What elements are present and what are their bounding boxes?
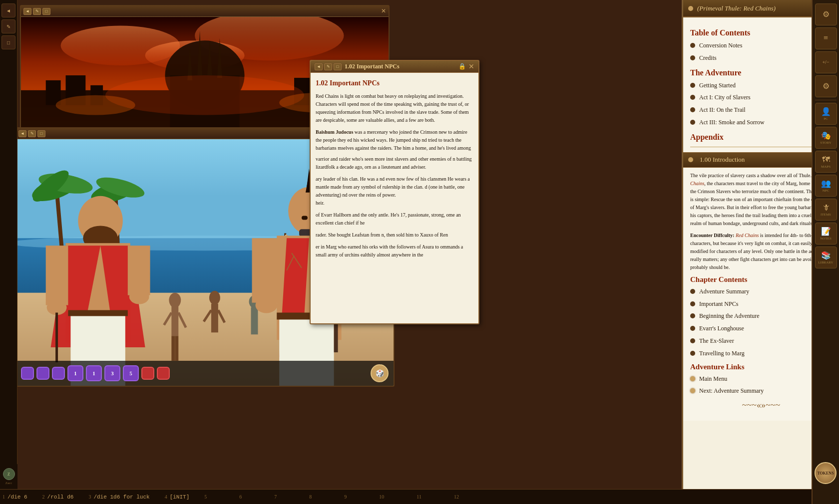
npc-panel-title: 1.02 Important NPCs [345, 63, 400, 70]
svg-point-38 [169, 293, 181, 308]
scene-buttons: ◄ ✎ □ [18, 130, 45, 137]
svg-rect-56 [46, 246, 68, 305]
menu-icon-btn[interactable]: ≡ [815, 27, 837, 49]
items-button[interactable]: 🗡 ITEMS [815, 199, 837, 221]
toc-conversion-label: Conversion Notes [699, 41, 742, 50]
die-d20-2[interactable]: 1 [86, 365, 102, 381]
adventure-bullet-1 [690, 83, 695, 88]
pc-button[interactable]: 👤 PC [815, 103, 837, 125]
svg-rect-70 [252, 238, 278, 302]
npc-panel: ◄ ✎ □ 1.02 Important NPCs 🔒 ✕ 1.02 Impor… [310, 60, 479, 324]
panel-btn-1[interactable]: ◄ [23, 8, 31, 15]
link-item-summary[interactable]: Next: Adventure Summary [690, 386, 832, 396]
svg-point-44 [209, 291, 220, 305]
die-d6[interactable]: 5 [123, 365, 139, 381]
zoom-icon-btn[interactable]: +/− [815, 51, 837, 73]
toc-item-credits[interactable]: Credits [690, 53, 832, 63]
avatar-initials: Z [7, 472, 10, 477]
npc-close-button[interactable]: ✕ [468, 62, 474, 71]
tokens-button[interactable]: TOKENS [815, 462, 837, 484]
chapter-item-exslaver[interactable]: The Ex-Slaver [690, 336, 832, 346]
cmd-2[interactable]: /roll d6 [47, 494, 74, 500]
cmd-4[interactable]: [iNIT] [170, 494, 190, 500]
chapter-bullet-6 [690, 351, 695, 356]
doc-header-title: (Primeval Thule: Red Chains) [697, 4, 776, 12]
toc-title: Table of Contents [690, 28, 832, 37]
adventure-item-smoke[interactable]: Act III: Smoke and Sorrow [690, 117, 832, 128]
username: Zacc [5, 481, 12, 485]
config-icon: ⚙ [823, 81, 830, 91]
left-tool-1[interactable]: ◄ [1, 3, 15, 17]
pc-icon: 👤 [821, 107, 831, 116]
toolbar-divider-1 [815, 100, 836, 100]
chapter-beginning-label: Beginning the Adventure [699, 312, 760, 320]
chapter-item-beginning[interactable]: Beginning the Adventure [690, 311, 832, 321]
cmd-1[interactable]: /die 6 [7, 494, 27, 500]
toc-credits-label: Credits [699, 54, 717, 62]
notes-button[interactable]: 📝 NOTES [815, 223, 837, 245]
left-tool-3[interactable]: □ [1, 35, 15, 49]
intro-section-title: 1.00 Introduction [700, 156, 745, 164]
svg-rect-45 [211, 304, 218, 333]
dice-area: 1 1 3 5 🎲 [16, 361, 394, 386]
settings-icon-btn[interactable]: ⚙ [815, 3, 837, 25]
left-tool-2[interactable]: ✎ [1, 19, 15, 33]
scene-btn-1[interactable]: ◄ [18, 130, 26, 137]
npc1-name: Baishum Judocus [316, 129, 353, 135]
svg-rect-43 [175, 336, 178, 361]
chapter-bullet-3 [690, 313, 695, 318]
toc-item-conversion[interactable]: Conversion Notes [690, 40, 832, 51]
die-2[interactable] [36, 367, 49, 380]
library-label: LIBRARY [818, 261, 833, 264]
panel-btn-2[interactable]: ✎ [33, 8, 41, 15]
config-icon-btn[interactable]: ⚙ [815, 75, 837, 97]
story-button[interactable]: 🎭 STORY [815, 127, 837, 149]
maps-label: MAPS [821, 165, 831, 169]
svg-rect-57 [128, 246, 150, 295]
die-red-2[interactable] [157, 367, 170, 380]
scene-btn-2[interactable]: ✎ [28, 130, 36, 137]
chapter-item-summary[interactable]: Adventure Summary [690, 286, 832, 297]
npc-toolbar-button[interactable]: 👥 NPC [815, 175, 837, 197]
avatar[interactable]: Z [3, 468, 15, 480]
die-d20-1[interactable]: 1 [67, 365, 83, 381]
svg-point-18 [56, 95, 135, 115]
link-bullet-2 [690, 388, 695, 393]
adventure-item-trail[interactable]: Act II: On the Trail [690, 105, 832, 115]
maps-button[interactable]: 🗺 MAPS [815, 151, 837, 173]
chapter-contents-title: Chapter Contents [690, 275, 832, 284]
right-toolbar: ⚙ ≡ +/− ⚙ 👤 PC 🎭 STORY 🗺 MAPS 👥 NPC 🗡 [812, 0, 839, 504]
library-button[interactable]: 📚 LIBRARY [815, 247, 837, 268]
die-d8[interactable]: 3 [104, 365, 120, 381]
npc-btn-1[interactable]: ◄ [315, 63, 323, 70]
doc-header-dot [688, 6, 693, 11]
chapter-item-marg[interactable]: Travelling to Marg [690, 348, 832, 359]
adventure-item-city[interactable]: Act I: City of Slavers [690, 92, 832, 103]
chapter-item-longhouse[interactable]: Evarr's Longhouse [690, 323, 832, 334]
adventure-bullet-3 [690, 107, 695, 112]
link-mainmenu-label: Main Menu [699, 375, 727, 383]
npc-btn-2[interactable]: ✎ [324, 63, 332, 70]
die-1[interactable] [21, 367, 34, 380]
adventure-item-start[interactable]: Getting Started [690, 80, 832, 91]
die-3[interactable] [52, 367, 65, 380]
adventure-title: The Adventure [690, 68, 832, 77]
adventure-bullet-4 [690, 120, 695, 125]
top-panel-close[interactable]: ✕ [381, 7, 386, 15]
link-item-mainmenu[interactable]: Main Menu [690, 374, 832, 384]
encounter-label: Encounter Diffculty: [690, 233, 736, 238]
adventure-bullet-2 [690, 95, 695, 100]
panel-btn-3[interactable]: □ [42, 8, 50, 15]
scene-btn-3[interactable]: □ [37, 130, 45, 137]
items-icon: 🗡 [822, 203, 830, 212]
svg-point-59 [129, 289, 149, 304]
die-red-1[interactable] [141, 367, 154, 380]
dice-bag[interactable]: 🎲 [371, 364, 389, 382]
npc-btn-3[interactable]: □ [334, 63, 342, 70]
top-panel-buttons: ◄ ✎ □ [23, 8, 50, 15]
cmd-3[interactable]: /die 1d6 for luck [93, 494, 149, 500]
chapter-npcs-label: Important NPCs [699, 300, 738, 308]
chapter-item-npcs[interactable]: Important NPCs [690, 299, 832, 309]
chapter-bullet-5 [690, 338, 695, 343]
toc-bullet-1 [690, 43, 695, 48]
